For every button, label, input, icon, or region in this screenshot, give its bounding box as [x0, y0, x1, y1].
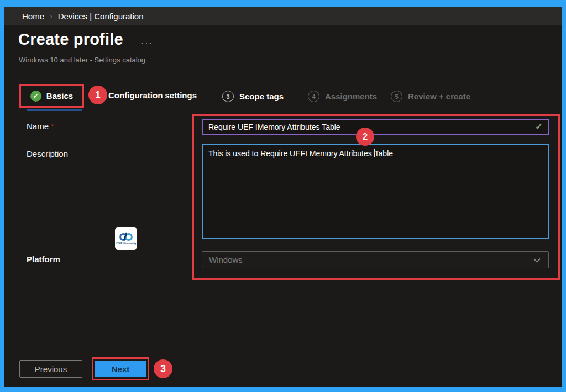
page-title: Create profile: [18, 30, 123, 49]
tab-scope-tags[interactable]: 3 Scope tags: [222, 91, 284, 102]
tab-assignments: 4 Assignments: [308, 91, 377, 102]
breadcrumb-home-link[interactable]: Home: [22, 12, 44, 21]
description-text-before-cursor: This is used to Require UEFI Memory Attr…: [208, 149, 374, 158]
required-asterisk: *: [51, 122, 54, 131]
tab-review-create-label: Review + create: [408, 92, 470, 101]
tab-scope-tags-label: Scope tags: [239, 92, 284, 101]
logo-caption: HTMD Community: [116, 242, 136, 245]
name-label: Name*: [27, 121, 54, 131]
next-button[interactable]: Next: [95, 361, 146, 377]
htmd-community-logo: HTMD Community: [115, 227, 137, 250]
description-textarea[interactable]: This is used to Require UEFI Memory Attr…: [202, 144, 549, 239]
annotation-badge-3: 3: [154, 359, 172, 378]
chevron-down-icon: [533, 256, 541, 263]
validation-check-icon: ✓: [535, 121, 543, 133]
step-number-icon: 5: [391, 91, 402, 102]
platform-dropdown[interactable]: Windows: [202, 251, 549, 268]
step-number-icon: 4: [308, 91, 319, 102]
breadcrumb-devices-configuration-link[interactable]: Devices | Configuration: [58, 12, 144, 21]
previous-button[interactable]: Previous: [19, 360, 82, 378]
tab-review-create: 5 Review + create: [391, 91, 470, 102]
page-subtitle: Windows 10 and later - Settings catalog: [19, 56, 145, 64]
tab-basics[interactable]: ✓ Basics: [19, 84, 84, 108]
more-menu-icon[interactable]: ···: [141, 38, 153, 48]
active-tab-underline: [27, 109, 82, 111]
platform-selected-value: Windows: [209, 255, 243, 264]
portal-window: Home › Devices | Configuration Create pr…: [4, 7, 562, 387]
tab-assignments-label: Assignments: [325, 92, 377, 101]
annotation-badge-1: 1: [88, 86, 107, 104]
breadcrumb: Home › Devices | Configuration: [4, 7, 562, 25]
description-label: Description: [27, 149, 68, 158]
tab-configuration-settings[interactable]: Configuration settings: [108, 91, 197, 100]
platform-label: Platform: [27, 255, 60, 264]
step-complete-check-icon: ✓: [30, 91, 41, 102]
description-text-after-cursor: Table: [375, 149, 393, 158]
annotation-badge-2: 2: [356, 128, 374, 146]
step-number-icon: 3: [222, 91, 234, 102]
tab-basics-label: Basics: [46, 91, 73, 100]
tab-configuration-settings-label: Configuration settings: [108, 91, 197, 100]
infinity-logo-icon: [119, 232, 133, 241]
breadcrumb-separator-icon: ›: [50, 12, 53, 20]
name-input[interactable]: [202, 119, 549, 135]
